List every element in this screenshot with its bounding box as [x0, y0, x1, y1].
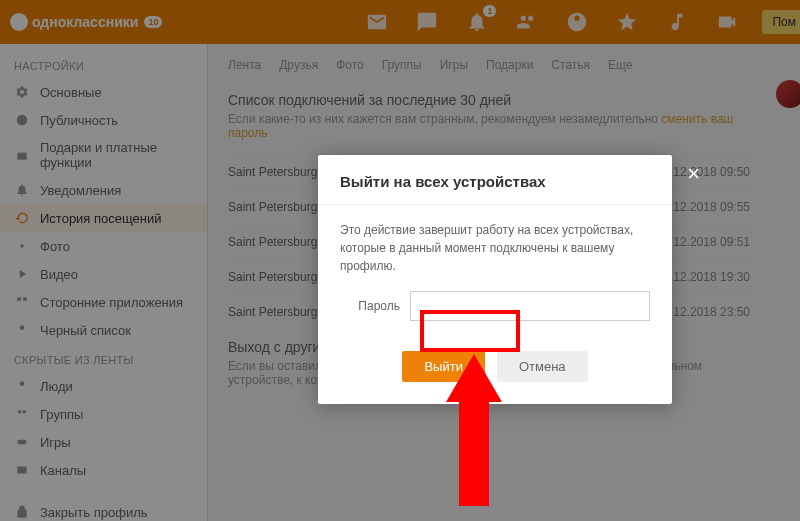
cancel-button[interactable]: Отмена [497, 351, 588, 382]
logout-all-modal: × Выйти на всех устройствах Это действие… [318, 155, 672, 404]
modal-title: Выйти на всех устройствах [318, 155, 672, 205]
password-input[interactable] [410, 291, 650, 321]
password-label: Пароль [340, 299, 400, 313]
submit-button[interactable]: Выйти [402, 351, 485, 382]
close-icon[interactable]: × [687, 161, 700, 187]
modal-description: Это действие завершит работу на всех уст… [340, 221, 650, 275]
